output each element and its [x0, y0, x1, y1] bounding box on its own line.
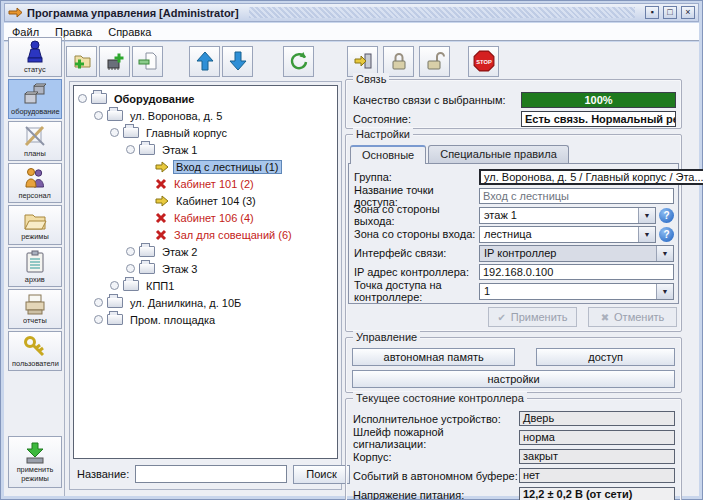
tree-node[interactable]: ул. Воронова, д. 5 [76, 107, 335, 124]
door-access-button[interactable] [347, 46, 378, 77]
tree-node-label: Этаж 3 [159, 262, 200, 276]
access-button[interactable]: доступ [536, 348, 675, 366]
equipment-tree[interactable]: Оборудование ул. Воронова, д. 5 Главный … [73, 85, 338, 459]
sidebar-item-personnel[interactable]: персонал [8, 163, 62, 203]
move-up-button[interactable] [189, 46, 220, 77]
tree-node[interactable]: Главный корпус [76, 124, 335, 141]
field-zone-entry: Зона со стороны входа: лестница ▼ ? [354, 225, 674, 244]
sidebar-item-equipment[interactable]: оборудование [8, 79, 62, 119]
zone-exit-help-icon[interactable]: ? [659, 208, 674, 223]
link-quality-progressbar: 100% [521, 92, 676, 108]
chevron-down-icon[interactable]: ▼ [638, 227, 655, 242]
tree-node[interactable]: Этаж 3 [76, 260, 335, 277]
search-input[interactable] [135, 465, 287, 483]
tree-node[interactable]: Зал для совещаний (6) [76, 226, 335, 243]
stop-button[interactable]: STOP [468, 46, 499, 77]
ap-number-combobox[interactable]: 1 ▼ [479, 283, 674, 300]
lock-open-button[interactable] [419, 46, 450, 77]
menubar: Файл Правка Справка [4, 23, 699, 41]
tree-node[interactable]: Этаж 2 [76, 243, 335, 260]
menu-help[interactable]: Справка [108, 26, 151, 38]
access-point-icon [155, 195, 169, 207]
tree-expand-handle[interactable] [94, 111, 103, 120]
tab-special-rules[interactable]: Специальные правила [428, 145, 569, 164]
zone-exit-value: этаж 1 [480, 208, 638, 223]
tree-node[interactable]: Кабинет 101 (2) [76, 175, 335, 192]
cancel-button[interactable]: ✖ Отменить [588, 307, 677, 327]
zone-entry-label: Зона со стороны входа: [354, 228, 479, 240]
autonomous-memory-button[interactable]: автономная память [352, 348, 515, 366]
refresh-icon [289, 51, 309, 71]
tree-node[interactable]: ул. Данилкина, д. 10Б [76, 294, 335, 311]
tree-node[interactable]: Оборудование [76, 90, 335, 107]
chevron-down-icon[interactable]: ▼ [638, 208, 655, 223]
titlebar[interactable]: Программа управления [Administrator] ▪ □… [4, 3, 699, 22]
sidebar-item-users[interactable]: пользователи [8, 331, 62, 371]
tree-expand-handle[interactable] [126, 145, 135, 154]
check-icon: ✔ [497, 312, 505, 323]
zone-entry-combobox[interactable]: лестница ▼ [479, 226, 656, 243]
menu-edit[interactable]: Правка [55, 26, 92, 38]
window-title: Программа управления [Administrator] [27, 7, 239, 19]
tab-main[interactable]: Основные [350, 145, 426, 164]
interface-combobox[interactable]: IP контроллер ▼ [479, 245, 674, 262]
sidebar-item-status[interactable]: статус [8, 37, 62, 77]
sidebar-apply-modes-button[interactable]: применить режимы [8, 436, 62, 488]
sidebar-item-plans[interactable]: планы [8, 121, 62, 161]
case-value: закрыт [519, 449, 675, 464]
zone-entry-help-icon[interactable]: ? [659, 227, 674, 242]
tree-node[interactable]: Этаж 1 [76, 141, 335, 158]
search-button[interactable]: Поиск [293, 465, 349, 484]
close-button[interactable]: × [681, 6, 695, 19]
ap-name-input[interactable]: Вход с лестницы [479, 188, 674, 204]
lock-closed-button[interactable] [383, 46, 414, 77]
sidebar-item-reports[interactable]: отчеты [8, 289, 62, 329]
menu-file[interactable]: Файл [12, 26, 39, 38]
field-interface: Интерфейс связи: IP контроллер ▼ [354, 244, 674, 263]
sidebar-item-label: статус [24, 65, 46, 74]
fire-loop-label: Шлейф пожарной сигнализации: [353, 426, 519, 450]
chevron-down-icon[interactable]: ▼ [656, 246, 673, 261]
tree-node[interactable]: Пром. площадка [76, 311, 335, 328]
minimize-button[interactable]: ▪ [645, 6, 659, 19]
link-quality-row: Качество связи с выбранным: 100% [346, 90, 681, 109]
tree-node[interactable]: КПП1 [76, 277, 335, 294]
tree-node[interactable]: Кабинет 106 (4) [76, 209, 335, 226]
tree-expand-handle[interactable] [94, 315, 103, 324]
chevron-down-icon[interactable]: ▼ [656, 284, 673, 299]
tree-expand-handle[interactable] [94, 298, 103, 307]
tree-expand-handle[interactable] [110, 128, 119, 137]
folder-icon [123, 127, 139, 138]
stop-icon: STOP [473, 50, 495, 72]
tree-node-label: КПП1 [143, 279, 177, 293]
tree-expand-handle[interactable] [126, 264, 135, 273]
sidebar-item-archive[interactable]: архив [8, 247, 62, 287]
sidebar-item-label: планы [24, 149, 46, 158]
tree-node-label: Этаж 2 [159, 245, 200, 259]
settings-button[interactable]: настройки [352, 370, 675, 388]
refresh-button[interactable] [283, 46, 314, 77]
move-down-button[interactable] [222, 46, 253, 77]
ip-address-input[interactable]: 192.168.0.100 [479, 264, 674, 280]
search-row: Название: Поиск [73, 462, 338, 486]
maximize-button[interactable]: □ [663, 6, 677, 19]
tree-expand-handle[interactable] [126, 247, 135, 256]
add-device-button[interactable] [99, 46, 130, 77]
main-content: STOP статус оборудование планы персонал [4, 42, 699, 496]
tree-expand-handle[interactable] [110, 281, 119, 290]
apply-button[interactable]: ✔ Применить [488, 307, 577, 327]
tree-node[interactable]: Кабинет 104 (3) [76, 192, 335, 209]
titlebar-texture [249, 7, 635, 18]
sidebar-item-modes[interactable]: режимы [8, 205, 62, 245]
add-folder-button[interactable] [66, 46, 97, 77]
group-value[interactable]: ул. Воронова, д. 5 / Главный корпус / Эт… [479, 169, 703, 185]
lock-closed-icon [389, 51, 409, 71]
folder-icon [91, 93, 107, 104]
remove-item-button[interactable] [132, 46, 163, 77]
tree-expand-handle[interactable] [78, 94, 87, 103]
case-label: Корпус: [353, 451, 519, 463]
search-label: Название: [77, 468, 129, 480]
zone-exit-combobox[interactable]: этаж 1 ▼ [479, 207, 656, 224]
folder-icon [107, 297, 123, 308]
tree-node[interactable]: Вход с лестницы (1) [76, 158, 335, 175]
